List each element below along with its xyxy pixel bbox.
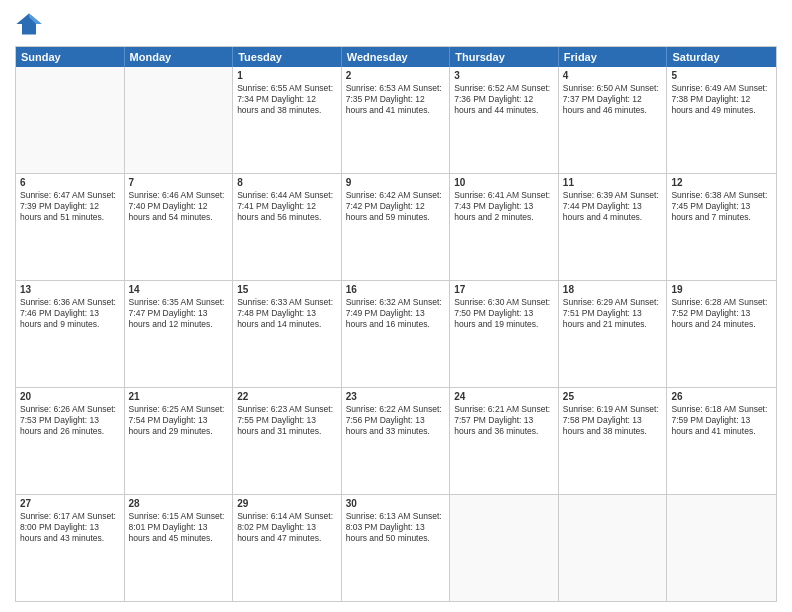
day-info: Sunrise: 6:22 AM Sunset: 7:56 PM Dayligh… (346, 404, 446, 437)
day-number: 4 (563, 70, 663, 81)
header (15, 10, 777, 38)
calendar-cell: 8Sunrise: 6:44 AM Sunset: 7:41 PM Daylig… (233, 174, 342, 280)
day-number: 24 (454, 391, 554, 402)
calendar-cell (450, 495, 559, 601)
day-info: Sunrise: 6:17 AM Sunset: 8:00 PM Dayligh… (20, 511, 120, 544)
day-info: Sunrise: 6:15 AM Sunset: 8:01 PM Dayligh… (129, 511, 229, 544)
weekday-header: Wednesday (342, 47, 451, 67)
day-info: Sunrise: 6:13 AM Sunset: 8:03 PM Dayligh… (346, 511, 446, 544)
calendar-cell (16, 67, 125, 173)
day-number: 30 (346, 498, 446, 509)
calendar-cell: 22Sunrise: 6:23 AM Sunset: 7:55 PM Dayli… (233, 388, 342, 494)
day-info: Sunrise: 6:29 AM Sunset: 7:51 PM Dayligh… (563, 297, 663, 330)
calendar-cell: 17Sunrise: 6:30 AM Sunset: 7:50 PM Dayli… (450, 281, 559, 387)
day-info: Sunrise: 6:25 AM Sunset: 7:54 PM Dayligh… (129, 404, 229, 437)
logo-icon (15, 10, 43, 38)
day-info: Sunrise: 6:39 AM Sunset: 7:44 PM Dayligh… (563, 190, 663, 223)
calendar-cell: 6Sunrise: 6:47 AM Sunset: 7:39 PM Daylig… (16, 174, 125, 280)
day-number: 10 (454, 177, 554, 188)
day-number: 15 (237, 284, 337, 295)
calendar-cell: 10Sunrise: 6:41 AM Sunset: 7:43 PM Dayli… (450, 174, 559, 280)
day-info: Sunrise: 6:46 AM Sunset: 7:40 PM Dayligh… (129, 190, 229, 223)
day-info: Sunrise: 6:32 AM Sunset: 7:49 PM Dayligh… (346, 297, 446, 330)
day-number: 7 (129, 177, 229, 188)
day-number: 3 (454, 70, 554, 81)
calendar-row: 27Sunrise: 6:17 AM Sunset: 8:00 PM Dayli… (16, 494, 776, 601)
day-number: 26 (671, 391, 772, 402)
calendar-cell: 14Sunrise: 6:35 AM Sunset: 7:47 PM Dayli… (125, 281, 234, 387)
day-info: Sunrise: 6:23 AM Sunset: 7:55 PM Dayligh… (237, 404, 337, 437)
day-number: 22 (237, 391, 337, 402)
day-info: Sunrise: 6:26 AM Sunset: 7:53 PM Dayligh… (20, 404, 120, 437)
day-number: 17 (454, 284, 554, 295)
day-number: 14 (129, 284, 229, 295)
day-info: Sunrise: 6:38 AM Sunset: 7:45 PM Dayligh… (671, 190, 772, 223)
weekday-header: Thursday (450, 47, 559, 67)
weekday-header: Sunday (16, 47, 125, 67)
day-info: Sunrise: 6:14 AM Sunset: 8:02 PM Dayligh… (237, 511, 337, 544)
weekday-header: Saturday (667, 47, 776, 67)
calendar-cell: 23Sunrise: 6:22 AM Sunset: 7:56 PM Dayli… (342, 388, 451, 494)
calendar-cell: 18Sunrise: 6:29 AM Sunset: 7:51 PM Dayli… (559, 281, 668, 387)
weekday-header: Friday (559, 47, 668, 67)
calendar-cell: 7Sunrise: 6:46 AM Sunset: 7:40 PM Daylig… (125, 174, 234, 280)
day-number: 18 (563, 284, 663, 295)
day-number: 1 (237, 70, 337, 81)
calendar: SundayMondayTuesdayWednesdayThursdayFrid… (15, 46, 777, 602)
calendar-header: SundayMondayTuesdayWednesdayThursdayFrid… (16, 47, 776, 67)
day-number: 23 (346, 391, 446, 402)
calendar-cell (559, 495, 668, 601)
day-number: 13 (20, 284, 120, 295)
calendar-cell: 3Sunrise: 6:52 AM Sunset: 7:36 PM Daylig… (450, 67, 559, 173)
day-number: 12 (671, 177, 772, 188)
calendar-cell: 15Sunrise: 6:33 AM Sunset: 7:48 PM Dayli… (233, 281, 342, 387)
logo (15, 10, 47, 38)
calendar-cell (667, 495, 776, 601)
day-info: Sunrise: 6:50 AM Sunset: 7:37 PM Dayligh… (563, 83, 663, 116)
calendar-row: 6Sunrise: 6:47 AM Sunset: 7:39 PM Daylig… (16, 173, 776, 280)
day-info: Sunrise: 6:53 AM Sunset: 7:35 PM Dayligh… (346, 83, 446, 116)
calendar-cell: 1Sunrise: 6:55 AM Sunset: 7:34 PM Daylig… (233, 67, 342, 173)
calendar-cell: 13Sunrise: 6:36 AM Sunset: 7:46 PM Dayli… (16, 281, 125, 387)
day-number: 16 (346, 284, 446, 295)
day-info: Sunrise: 6:47 AM Sunset: 7:39 PM Dayligh… (20, 190, 120, 223)
calendar-cell: 24Sunrise: 6:21 AM Sunset: 7:57 PM Dayli… (450, 388, 559, 494)
weekday-header: Tuesday (233, 47, 342, 67)
calendar-row: 20Sunrise: 6:26 AM Sunset: 7:53 PM Dayli… (16, 387, 776, 494)
calendar-cell: 4Sunrise: 6:50 AM Sunset: 7:37 PM Daylig… (559, 67, 668, 173)
weekday-header: Monday (125, 47, 234, 67)
day-info: Sunrise: 6:21 AM Sunset: 7:57 PM Dayligh… (454, 404, 554, 437)
calendar-cell: 12Sunrise: 6:38 AM Sunset: 7:45 PM Dayli… (667, 174, 776, 280)
calendar-cell: 26Sunrise: 6:18 AM Sunset: 7:59 PM Dayli… (667, 388, 776, 494)
day-info: Sunrise: 6:30 AM Sunset: 7:50 PM Dayligh… (454, 297, 554, 330)
day-number: 11 (563, 177, 663, 188)
calendar-cell: 20Sunrise: 6:26 AM Sunset: 7:53 PM Dayli… (16, 388, 125, 494)
day-number: 6 (20, 177, 120, 188)
calendar-cell: 30Sunrise: 6:13 AM Sunset: 8:03 PM Dayli… (342, 495, 451, 601)
day-number: 29 (237, 498, 337, 509)
day-number: 20 (20, 391, 120, 402)
calendar-row: 13Sunrise: 6:36 AM Sunset: 7:46 PM Dayli… (16, 280, 776, 387)
day-number: 9 (346, 177, 446, 188)
day-info: Sunrise: 6:49 AM Sunset: 7:38 PM Dayligh… (671, 83, 772, 116)
calendar-cell: 16Sunrise: 6:32 AM Sunset: 7:49 PM Dayli… (342, 281, 451, 387)
day-info: Sunrise: 6:36 AM Sunset: 7:46 PM Dayligh… (20, 297, 120, 330)
calendar-cell: 2Sunrise: 6:53 AM Sunset: 7:35 PM Daylig… (342, 67, 451, 173)
day-number: 28 (129, 498, 229, 509)
calendar-cell: 21Sunrise: 6:25 AM Sunset: 7:54 PM Dayli… (125, 388, 234, 494)
day-number: 21 (129, 391, 229, 402)
page: SundayMondayTuesdayWednesdayThursdayFrid… (0, 0, 792, 612)
calendar-cell: 11Sunrise: 6:39 AM Sunset: 7:44 PM Dayli… (559, 174, 668, 280)
day-number: 19 (671, 284, 772, 295)
day-info: Sunrise: 6:28 AM Sunset: 7:52 PM Dayligh… (671, 297, 772, 330)
calendar-cell: 28Sunrise: 6:15 AM Sunset: 8:01 PM Dayli… (125, 495, 234, 601)
calendar-cell: 29Sunrise: 6:14 AM Sunset: 8:02 PM Dayli… (233, 495, 342, 601)
day-info: Sunrise: 6:41 AM Sunset: 7:43 PM Dayligh… (454, 190, 554, 223)
day-number: 5 (671, 70, 772, 81)
day-info: Sunrise: 6:33 AM Sunset: 7:48 PM Dayligh… (237, 297, 337, 330)
calendar-cell (125, 67, 234, 173)
day-info: Sunrise: 6:35 AM Sunset: 7:47 PM Dayligh… (129, 297, 229, 330)
calendar-cell: 25Sunrise: 6:19 AM Sunset: 7:58 PM Dayli… (559, 388, 668, 494)
day-number: 2 (346, 70, 446, 81)
calendar-cell: 5Sunrise: 6:49 AM Sunset: 7:38 PM Daylig… (667, 67, 776, 173)
